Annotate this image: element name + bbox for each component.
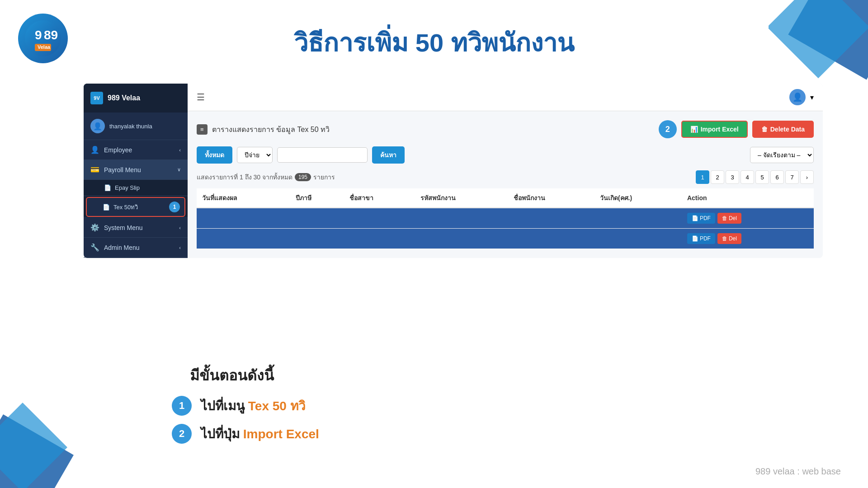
page-btn-next[interactable]: › <box>800 170 814 184</box>
employee-icon: 👤 <box>90 145 99 154</box>
sidebar-payroll-label: Payroll Menu <box>104 166 141 174</box>
sort-select[interactable]: – จัดเรียงตาม – <box>750 147 814 163</box>
del-button[interactable]: 🗑 Del <box>717 213 741 224</box>
hamburger-button[interactable]: ☰ <box>197 92 205 103</box>
records-suffix-text: รายการ <box>313 172 335 182</box>
sidebar-item-admin[interactable]: 🔧 Admin Menu ‹ <box>84 238 188 258</box>
trash-icon-2: 🗑 <box>722 235 727 242</box>
header-actions: 2 📊 Import Excel 🗑 Delete Data <box>659 120 814 138</box>
pagination-bar: แสดงรายการที่ 1 ถึง 30 จากทั้งหมด 195 รา… <box>197 170 814 184</box>
svg-text:Velaa: Velaa <box>38 44 51 50</box>
cell-action: 📄 PDF 🗑 Del <box>682 208 814 229</box>
sidebar-item-payroll[interactable]: 💳 Payroll Menu ∨ <box>84 160 188 180</box>
sidebar-admin-label: Admin Menu <box>104 244 140 251</box>
svg-text:89: 89 <box>44 28 58 42</box>
file-icon: 📄 <box>692 215 698 221</box>
cell-year <box>290 208 344 229</box>
col-emp-id: รหัสพนักงาน <box>415 188 509 208</box>
pdf-button-2[interactable]: 📄 PDF <box>687 233 715 244</box>
sidebar-item-employee[interactable]: 👤 Employee ‹ <box>84 140 188 160</box>
import-icon: 📊 <box>690 126 698 133</box>
filter-bar: ทั้งหมด ปีจ่าย ค้นหา – จัดเรียงตาม – <box>197 146 814 164</box>
page-btn-6[interactable]: 6 <box>770 170 784 184</box>
cell-branch <box>344 208 415 229</box>
page-btn-2[interactable]: 2 <box>711 170 724 184</box>
page-btn-7[interactable]: 7 <box>785 170 799 184</box>
trash-icon: 🗑 <box>722 215 727 221</box>
cell-birthday <box>594 229 682 249</box>
page-btn-4[interactable]: 4 <box>741 170 754 184</box>
logo: 9 89 Velaa <box>18 14 72 68</box>
action-buttons: 📄 PDF 🗑 Del <box>687 233 808 244</box>
sidebar-submenu: 📄 Epay Slip 📄 Tex 50ทวิ 1 <box>84 180 188 217</box>
col-action: Action <box>682 188 814 208</box>
table-icon: ≡ <box>197 124 208 135</box>
tex50-label: Tex 50ทวิ <box>113 202 138 212</box>
cell-emp-name <box>508 229 594 249</box>
record-count: แสดงรายการที่ 1 ถึง 30 จากทั้งหมด 195 รา… <box>197 172 335 182</box>
logo-circle: 9 89 Velaa <box>18 14 68 63</box>
sidebar-username: thanyalak thunla <box>109 123 152 130</box>
page-btn-1[interactable]: 1 <box>696 170 709 184</box>
brand-icon: 9V <box>90 92 103 104</box>
epay-icon: 📄 <box>104 184 111 191</box>
topbar-dropdown-arrow[interactable]: ▾ <box>810 93 814 102</box>
col-year: ปีภาษี <box>290 188 344 208</box>
search-button[interactable]: ค้นหา <box>372 146 405 164</box>
steps-title: มีขั้นตอนดังนี้ <box>136 364 732 387</box>
admin-icon: 🔧 <box>90 243 99 252</box>
search-input[interactable] <box>277 147 368 163</box>
records-info-text: แสดงรายการที่ 1 ถึง 30 จากทั้งหมด <box>197 172 292 182</box>
col-branch: ชื่อสาขา <box>344 188 415 208</box>
year-select[interactable]: ปีจ่าย <box>237 147 273 163</box>
sidebar-user: 👤 thanyalak thunla <box>84 113 188 140</box>
col-date: วันที่แสดงผล <box>197 188 290 208</box>
admin-arrow-icon: ‹ <box>179 245 181 250</box>
step-item-1: 1 ไปที่เมนู Tex 50 ทวิ <box>136 396 732 416</box>
import-excel-button[interactable]: 📊 Import Excel <box>681 121 748 138</box>
delete-data-button[interactable]: 🗑 Delete Data <box>752 121 814 138</box>
records-count-badge: 195 <box>295 173 311 181</box>
topbar: ☰ 👤 ▾ <box>188 84 823 111</box>
step1-highlight: Tex 50 ทวิ <box>248 399 306 413</box>
system-arrow-icon: ‹ <box>179 225 181 230</box>
system-icon: ⚙️ <box>90 223 99 232</box>
delete-icon: 🗑 <box>761 126 768 133</box>
sidebar-system-label: System Menu <box>104 224 143 231</box>
data-table: วันที่แสดงผล ปีภาษี ชื่อสาขา รหัสพนักงาน… <box>197 188 814 249</box>
svg-text:9: 9 <box>35 28 42 42</box>
cell-emp-id <box>415 208 509 229</box>
page-btn-3[interactable]: 3 <box>726 170 739 184</box>
table-row: 📄 PDF 🗑 Del <box>197 229 814 249</box>
sidebar-brand: 9V 989 Velaa <box>84 84 188 113</box>
sidebar-employee-label: Employee <box>104 146 132 154</box>
step2-highlight: Import Excel <box>243 427 319 441</box>
cell-emp-id <box>415 229 509 249</box>
page-title: วิธีการเพิ่ม 50 ทวิพนักงาน <box>0 23 868 63</box>
topbar-avatar[interactable]: 👤 <box>789 89 806 105</box>
sidebar-item-system[interactable]: ⚙️ System Menu ‹ <box>84 218 188 238</box>
sidebar-item-epay-slip[interactable]: 📄 Epay Slip <box>84 180 188 196</box>
step-item-2: 2 ไปที่ปุ่ม Import Excel <box>136 424 732 444</box>
del-button-2[interactable]: 🗑 Del <box>717 233 741 244</box>
table-row: 📄 PDF 🗑 Del <box>197 208 814 229</box>
payroll-arrow-icon: ∨ <box>177 167 181 173</box>
step1-number: 1 <box>172 396 192 416</box>
sidebar-item-tex50[interactable]: 📄 Tex 50ทวิ 1 <box>86 197 185 217</box>
step1-text: ไปที่เมนู Tex 50 ทวิ <box>201 396 306 416</box>
cell-date <box>197 229 290 249</box>
col-emp-name: ชื่อพนักงาน <box>508 188 594 208</box>
step2-badge: 2 <box>659 120 677 138</box>
page-btn-5[interactable]: 5 <box>755 170 769 184</box>
main-content: 9V 989 Velaa 👤 thanyalak thunla 👤 Employ… <box>84 84 823 258</box>
content-title: ≡ ตารางแสดงรายการ ข้อมูล Tex 50 ทวิ <box>197 124 330 135</box>
show-all-button[interactable]: ทั้งหมด <box>197 146 232 164</box>
pdf-button[interactable]: 📄 PDF <box>687 213 715 224</box>
pagination-buttons: 1 2 3 4 5 6 7 › <box>696 170 814 184</box>
sidebar: 9V 989 Velaa 👤 thanyalak thunla 👤 Employ… <box>84 84 188 258</box>
main-panel: ☰ 👤 ▾ ≡ ตารางแสดงรายการ ข้อมูล Tex 50 ทว… <box>188 84 823 258</box>
content-area: ≡ ตารางแสดงรายการ ข้อมูล Tex 50 ทวิ 2 📊 … <box>188 111 823 258</box>
step2-text: ไปที่ปุ่ม Import Excel <box>201 424 319 444</box>
cell-year <box>290 229 344 249</box>
epay-label: Epay Slip <box>115 184 140 191</box>
